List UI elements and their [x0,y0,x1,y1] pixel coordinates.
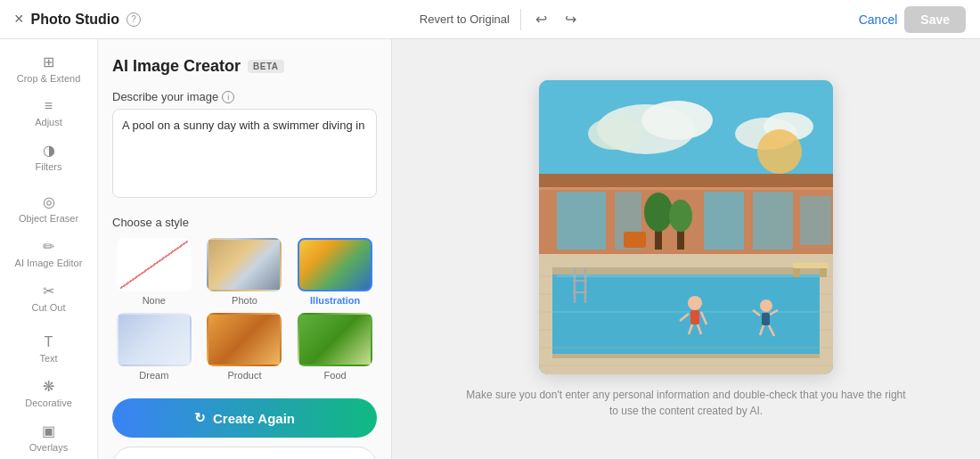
sidebar-item-ai-image-editor[interactable]: ✏ AI Image Editor [0,231,97,275]
sidebar-item-overlays[interactable]: ▣ Overlays [0,415,97,459]
filters-icon: ◑ [43,142,55,159]
svg-rect-9 [557,192,606,250]
style-food-thumb [298,313,372,366]
style-photo-thumb [207,238,282,291]
header-divider [520,9,521,30]
svg-rect-11 [704,192,744,250]
crop-icon: ⊞ [43,53,54,70]
create-again-button[interactable]: ↻ Create Again [112,398,377,438]
describe-info-icon[interactable]: i [222,91,234,103]
svg-point-44 [760,299,772,312]
sidebar-item-label: Cut Out [32,302,66,313]
style-food[interactable]: Food [293,313,377,381]
sidebar-item-text[interactable]: T Text [0,327,97,371]
sidebar-item-label: Overlays [29,442,68,453]
pool-illustration [539,80,833,374]
style-photo-label: Photo [232,295,257,306]
style-product-thumb [207,313,282,366]
app-header: × Photo Studio ? Revert to Original ↩ ↪ … [0,0,980,39]
svg-point-2 [641,101,713,140]
main-content: ⊞ Crop & Extend ≡ Adjust ◑ Filters ◎ Obj… [0,39,980,459]
sidebar-item-label: Crop & Extend [17,73,81,84]
svg-rect-39 [690,310,699,324]
svg-point-6 [757,129,802,174]
style-none-label: None [143,295,166,306]
overlays-icon: ▣ [42,422,55,439]
svg-point-38 [688,296,702,310]
style-illustration[interactable]: Illustration [293,238,377,306]
sidebar-item-filters[interactable]: ◑ Filters [0,135,97,179]
panel-title-text: AI Image Creator [112,57,241,76]
style-none[interactable]: None [112,238,196,306]
svg-point-16 [644,193,673,232]
sidebar-item-label: Text [39,353,57,364]
style-label: Choose a style [112,216,377,229]
beta-badge: BETA [248,60,283,73]
sidebar-item-adjust[interactable]: ≡ Adjust [0,91,97,135]
svg-rect-12 [753,192,793,250]
sidebar-item-label: Decorative [25,398,72,408]
svg-rect-52 [793,268,800,277]
disclaimer-text: Make sure you don't enter any personal i… [463,387,909,419]
style-photo[interactable]: Photo [203,238,287,306]
undo-button[interactable]: ↩ [532,7,551,31]
sidebar-item-label: Filters [36,161,62,172]
svg-rect-21 [552,272,820,357]
close-button[interactable]: × [14,10,24,29]
revert-button[interactable]: Revert to Original [420,12,510,26]
style-none-thumb [117,238,192,291]
refresh-icon: ↻ [194,410,206,426]
style-food-label: Food [324,370,347,381]
style-dream-thumb [117,313,192,366]
sidebar-item-object-eraser[interactable]: ◎ Object Eraser [0,186,97,231]
describe-label: Describe your image i [112,90,377,103]
svg-rect-53 [820,268,827,277]
svg-rect-23 [552,354,820,358]
save-button[interactable]: Save [904,6,966,33]
svg-rect-50 [557,275,820,277]
cancel-button[interactable]: Cancel [859,12,898,27]
panel-title: AI Image Creator BETA [112,57,377,76]
canvas-area: Make sure you don't enter any personal i… [392,39,980,459]
use-image-button[interactable]: Use Image [112,447,377,459]
adjust-icon: ≡ [45,98,53,114]
header-center: Revert to Original ↩ ↪ [420,7,580,31]
object-eraser-icon: ◎ [43,193,55,210]
sidebar-item-label: Object Eraser [19,213,78,224]
sidebar-item-cut-out[interactable]: ✂ Cut Out [0,275,97,320]
svg-rect-14 [539,174,833,187]
sidebar-item-crop[interactable]: ⊞ Crop & Extend [0,46,97,91]
sidebar-item-label: AI Image Editor [15,258,83,268]
generated-image [539,80,833,374]
sidebar-item-label: Adjust [35,117,62,127]
svg-rect-22 [552,267,820,275]
app-title: Photo Studio [31,12,120,28]
cut-out-icon: ✂ [43,283,54,299]
help-icon[interactable]: ? [127,12,141,27]
svg-rect-45 [762,313,770,325]
text-icon: T [45,334,53,350]
sidebar-item-decorative[interactable]: ❋ Decorative [0,371,97,415]
style-illustration-thumb [298,238,372,291]
style-product-label: Product [228,370,262,381]
sidebar-left: ⊞ Crop & Extend ≡ Adjust ◑ Filters ◎ Obj… [0,39,98,459]
ai-image-creator-panel: AI Image Creator BETA Describe your imag… [98,39,392,459]
ai-image-editor-icon: ✏ [43,238,54,255]
style-product[interactable]: Product [203,313,287,381]
redo-button[interactable]: ↪ [561,7,580,31]
svg-rect-13 [800,196,831,245]
svg-rect-19 [624,232,646,248]
header-left: × Photo Studio ? [14,10,141,29]
svg-rect-51 [793,263,829,268]
header-right: Cancel Save [859,6,966,33]
decorative-icon: ❋ [43,378,54,395]
svg-point-3 [588,118,641,150]
style-grid: None Photo Illustration Dream Product [112,238,377,381]
style-dream-label: Dream [139,370,168,381]
image-description-input[interactable]: A pool on a sunny day with a swimmer div… [112,109,377,198]
style-illustration-label: Illustration [310,295,360,306]
svg-point-18 [669,200,692,232]
style-dream[interactable]: Dream [112,313,196,381]
